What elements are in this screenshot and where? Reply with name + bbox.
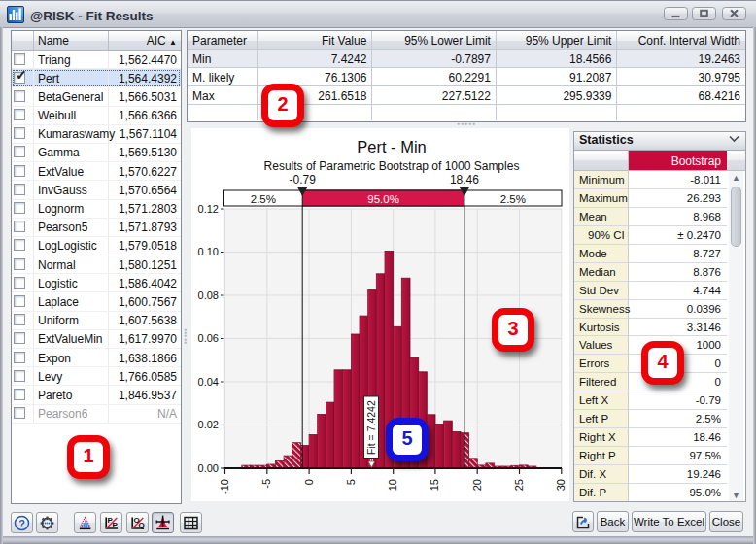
svg-text:10: 10	[387, 479, 398, 491]
svg-text:?: ?	[18, 518, 25, 529]
svg-text:30: 30	[555, 479, 567, 491]
svg-text:-5: -5	[260, 479, 272, 489]
svg-text:P: P	[113, 521, 119, 529]
svg-text:0: 0	[303, 479, 315, 485]
svg-text:15: 15	[429, 479, 440, 491]
svg-text:18.46: 18.46	[450, 173, 479, 187]
svg-text:0.04: 0.04	[198, 376, 219, 388]
svg-text:0.10: 0.10	[198, 246, 219, 257]
svg-text:5: 5	[345, 479, 357, 485]
svg-text:Results of Parametric Bootstra: Results of Parametric Bootstrap of 1000 …	[264, 159, 520, 173]
svg-text:0.00: 0.00	[198, 462, 219, 474]
svg-text:-10: -10	[219, 479, 230, 494]
svg-text:0.08: 0.08	[198, 289, 219, 301]
svg-text:0.02: 0.02	[198, 419, 219, 430]
svg-text:25: 25	[513, 479, 525, 491]
svg-text:Fit = 7.4242: Fit = 7.4242	[365, 400, 377, 455]
svg-text:2.5%: 2.5%	[500, 193, 526, 205]
svg-text:0.06: 0.06	[198, 332, 219, 344]
svg-text:0.12: 0.12	[198, 203, 219, 215]
svg-text:Q: Q	[139, 521, 145, 529]
svg-text:2.5%: 2.5%	[251, 193, 276, 205]
svg-text:Pert - Min: Pert - Min	[357, 138, 427, 155]
svg-text:95.0%: 95.0%	[367, 193, 399, 205]
svg-text:20: 20	[471, 479, 483, 491]
svg-text:-0.79: -0.79	[290, 173, 317, 187]
